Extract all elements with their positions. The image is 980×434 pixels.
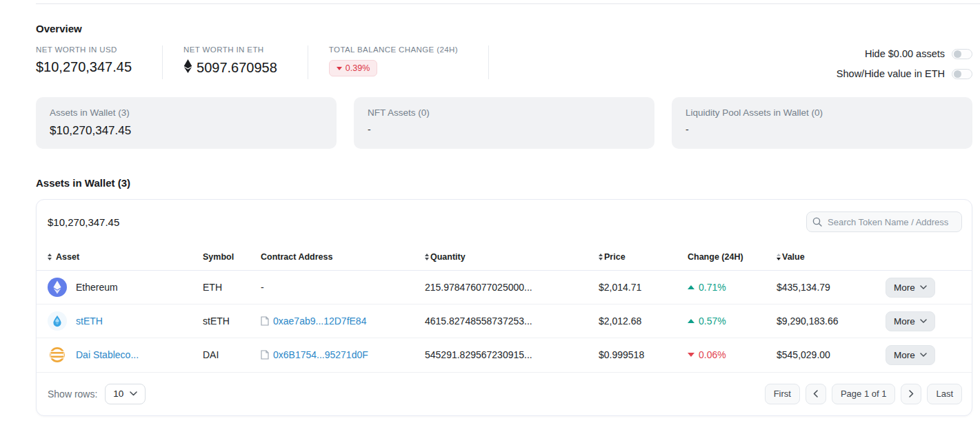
contract-address-link[interactable]: 0xae7ab9...12D7fE84 [273, 316, 366, 327]
assets-in-wallet-card: Assets in Wallet (3) $10,270,347.45 [36, 97, 337, 149]
rows-per-page-select[interactable]: 10 [105, 384, 146, 404]
balance-change-label: TOTAL BALANCE CHANGE (24H) [329, 45, 458, 54]
net-worth-usd-stat: NET WORTH IN USD $10,270,347.45 [36, 45, 163, 79]
net-worth-eth-value-wrap: 5097.670958 [183, 59, 277, 76]
card-title: Liquidity Pool Assets in Wallet (0) [686, 107, 959, 118]
symbol-cell: stETH [203, 304, 261, 338]
column-header-price[interactable]: Price [599, 252, 688, 262]
net-worth-eth-value: 5097.670958 [197, 60, 277, 76]
card-title: NFT Assets (0) [368, 107, 641, 118]
down-triangle-icon [688, 353, 694, 357]
column-header-quantity[interactable]: Quantity [425, 252, 599, 262]
table-footer: Show rows: 10 First Page 1 of 1 Last [37, 372, 972, 415]
next-page-button[interactable] [901, 384, 921, 404]
sort-icon [599, 254, 603, 260]
more-button[interactable]: More [886, 278, 935, 298]
toggle-knob [954, 50, 961, 58]
down-triangle-icon [337, 67, 342, 70]
chevron-down-icon [130, 391, 137, 396]
search-input[interactable] [806, 211, 962, 232]
first-page-button[interactable]: First [765, 384, 800, 404]
table-row: Dai Stableco... DAI 0x6B1754...95271d0F … [37, 338, 972, 372]
assets-table-card: $10,270,347.45 Asset Symbol Contract Add… [36, 199, 972, 416]
balance-change-value: 0.39% [346, 63, 370, 73]
price-cell: $0.999518 [599, 338, 688, 372]
value-cell: $9,290,183.66 [777, 304, 886, 338]
column-header-value[interactable]: Value [777, 252, 886, 262]
chevron-down-icon [920, 353, 927, 357]
dai-icon [48, 345, 67, 364]
sort-icon [425, 254, 429, 260]
nft-assets-card: NFT Assets (0) - [354, 97, 654, 149]
document-icon [261, 316, 269, 326]
card-value: $10,270,347.45 [50, 124, 323, 138]
sort-icon [48, 254, 52, 260]
more-button[interactable]: More [886, 345, 935, 365]
hide-zero-assets-row: Hide $0.00 assets [837, 48, 972, 59]
show-value-in-eth-label: Show/Hide value in ETH [837, 68, 945, 79]
toggles-group: Hide $0.00 assets Show/Hide value in ETH [837, 45, 972, 79]
eth-diamond-icon [183, 59, 192, 76]
liquidity-pool-assets-card: Liquidity Pool Assets in Wallet (0) - [672, 97, 972, 149]
column-header-asset[interactable]: Asset [48, 252, 203, 262]
top-divider [36, 3, 980, 4]
change-cell: 0.06% [688, 349, 777, 360]
column-header-symbol: Symbol [203, 252, 261, 262]
contract-cell: - [261, 271, 425, 304]
pagination: First Page 1 of 1 Last [765, 384, 962, 404]
ethereum-icon [48, 278, 67, 297]
steth-icon [48, 311, 67, 331]
hide-zero-assets-label: Hide $0.00 assets [865, 48, 945, 59]
table-row: Ethereum ETH - 215.978476077025000... $2… [37, 271, 972, 304]
show-rows-label: Show rows: [48, 389, 97, 400]
balance-change-stat: TOTAL BALANCE CHANGE (24H) 0.39% [329, 45, 489, 79]
table-row: stETH stETH 0xae7ab9...12D7fE84 4615.827… [37, 304, 972, 338]
quantity-cell: 215.978476077025000... [425, 271, 599, 304]
price-cell: $2,014.71 [599, 271, 688, 304]
chevron-down-icon [920, 319, 927, 323]
previous-page-button[interactable] [806, 384, 826, 404]
up-triangle-icon [688, 285, 694, 289]
column-header-change-24h: Change (24H) [688, 252, 777, 262]
chevron-down-icon [920, 285, 927, 289]
up-triangle-icon [688, 319, 694, 323]
search-icon [812, 217, 822, 227]
document-icon [261, 350, 269, 360]
quantity-cell: 4615.82748558737253... [425, 304, 599, 338]
card-title: Assets in Wallet (3) [50, 107, 323, 118]
asset-name-link[interactable]: stETH [76, 316, 103, 327]
summary-cards-row: Assets in Wallet (3) $10,270,347.45 NFT … [36, 97, 972, 149]
assets-section-heading: Assets in Wallet (3) [36, 177, 972, 189]
show-value-in-eth-row: Show/Hide value in ETH [837, 68, 972, 79]
change-cell: 0.57% [688, 316, 777, 327]
card-value: - [368, 124, 641, 135]
chevron-right-icon [909, 390, 914, 397]
table-header-row: Asset Symbol Contract Address Quantity P… [37, 244, 972, 271]
overview-stats-row: NET WORTH IN USD $10,270,347.45 NET WORT… [36, 45, 972, 79]
show-value-in-eth-toggle[interactable] [952, 69, 972, 79]
search-wrap [806, 211, 962, 232]
page-status: Page 1 of 1 [832, 384, 896, 404]
symbol-cell: ETH [203, 271, 261, 304]
value-cell: $545,029.00 [777, 338, 886, 372]
value-cell: $435,134.79 [777, 271, 886, 304]
balance-change-badge: 0.39% [329, 60, 377, 76]
overview-title: Overview [36, 23, 972, 34]
chevron-left-icon [813, 390, 818, 397]
toggle-knob [954, 70, 961, 78]
assets-total-value: $10,270,347.45 [48, 216, 119, 228]
card-value: - [686, 124, 959, 135]
contract-address-link[interactable]: 0x6B1754...95271d0F [273, 349, 368, 360]
asset-name-link[interactable]: Dai Stableco... [76, 349, 139, 360]
column-header-contract-address: Contract Address [261, 252, 425, 262]
assets-table: Asset Symbol Contract Address Quantity P… [37, 244, 972, 372]
net-worth-eth-label: NET WORTH IN ETH [183, 45, 277, 54]
table-card-header: $10,270,347.45 [37, 200, 972, 244]
quantity-cell: 545291.829567230915... [425, 338, 599, 372]
symbol-cell: DAI [203, 338, 261, 372]
hide-zero-assets-toggle[interactable] [952, 49, 972, 59]
sort-desc-icon [777, 254, 781, 260]
net-worth-usd-value: $10,270,347.45 [36, 59, 132, 75]
last-page-button[interactable]: Last [927, 384, 962, 404]
more-button[interactable]: More [886, 311, 935, 331]
